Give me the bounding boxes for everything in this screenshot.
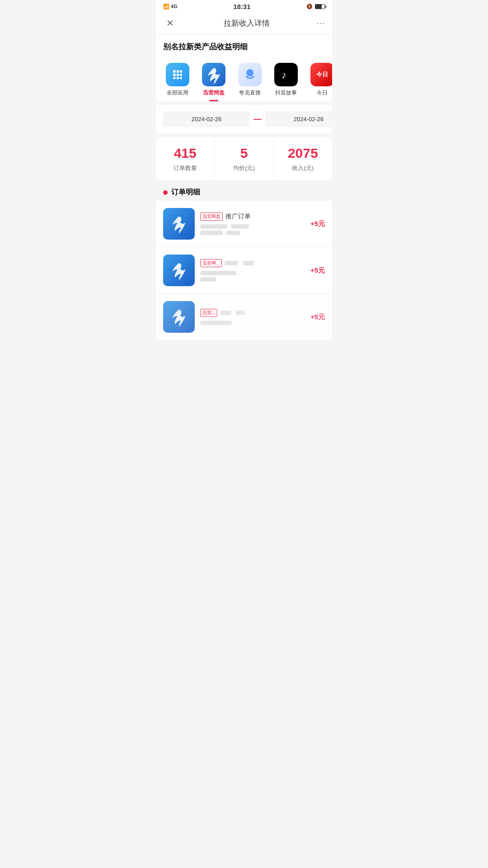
order-tag: 迅雷网盘 [200, 212, 223, 221]
stat-value-revenue: 2075 [277, 145, 328, 161]
tab-all-apps[interactable]: 全部应用 [160, 61, 196, 101]
order-info: 迅雷网盘 推广订单 [200, 212, 305, 235]
today-icon: 今日 [310, 63, 332, 86]
svg-rect-4 [177, 74, 179, 76]
douyin-icon: ♪ [274, 63, 298, 86]
close-button[interactable]: ✕ [163, 18, 177, 28]
blur-title-2 [243, 261, 254, 265]
order-item[interactable]: 迅雷网盘 推广订单 +5元 [156, 201, 332, 247]
tab-douyin[interactable]: ♪ 抖音故事 [268, 61, 304, 101]
svg-text:♪: ♪ [282, 69, 286, 80]
order-meta [200, 321, 305, 325]
stat-avg-price: 5 均价(元) [215, 137, 273, 180]
blur-field-6 [200, 277, 216, 282]
tab-xunlei[interactable]: 迅雷网盘 [196, 61, 232, 101]
svg-rect-6 [173, 77, 175, 79]
stat-value-price: 5 [218, 145, 269, 161]
order-thumbnail [163, 208, 195, 240]
blur-field-5 [200, 271, 236, 275]
blur-field-1 [200, 224, 227, 229]
svg-point-9 [246, 69, 253, 76]
order-amount: +5元 [310, 313, 325, 321]
order-tag: 迅雷网... [200, 259, 222, 267]
date-separator: — [253, 114, 262, 124]
order-list: 迅雷网盘 推广订单 +5元 迅雷网.. [156, 201, 332, 340]
svg-rect-1 [177, 70, 179, 72]
stat-value-orders: 415 [160, 145, 211, 161]
svg-rect-3 [173, 74, 175, 76]
tab-label-kuake: 夸克直搜 [239, 89, 261, 97]
tab-label-today: 今日 [317, 89, 328, 97]
blur-field-2 [231, 224, 249, 229]
svg-rect-7 [177, 77, 179, 79]
order-section-header: 订单明细 [156, 180, 332, 201]
order-meta [200, 224, 305, 235]
all-apps-icon [166, 63, 189, 86]
svg-rect-0 [173, 70, 175, 72]
order-thumbnail [163, 255, 195, 286]
order-thumbnail [163, 301, 195, 333]
signal-indicator: 📶 4G [163, 4, 178, 9]
date-range: — 查询 [156, 105, 332, 133]
more-button[interactable]: ··· [317, 19, 325, 28]
xunlei-icon [202, 63, 225, 86]
order-item[interactable]: 迅雷... +5元 [156, 294, 332, 340]
stats-row: 415 订单数量 5 均价(元) 2075 收入(元) [156, 137, 332, 180]
tab-label-xunlei: 迅雷网盘 [203, 89, 225, 97]
end-date-input[interactable] [265, 111, 332, 127]
svg-rect-5 [180, 74, 182, 76]
tab-label-all: 全部应用 [167, 89, 188, 97]
tab-kuake[interactable]: 夸克直搜 [232, 61, 268, 101]
stat-label-revenue: 收入(元) [277, 164, 328, 172]
stat-label-orders: 订单数量 [160, 164, 211, 172]
battery-icon [315, 4, 325, 9]
blur-t1 [220, 311, 231, 315]
tab-today[interactable]: 今日 今日 [304, 61, 332, 101]
order-info: 迅雷网... [200, 259, 305, 282]
clock: 18:31 [233, 3, 250, 10]
tab-label-douyin: 抖音故事 [275, 89, 297, 97]
blur-field-7 [200, 321, 232, 325]
stat-order-count: 415 订单数量 [156, 137, 215, 180]
blur-field-4 [226, 231, 240, 235]
blur-title-1 [225, 261, 238, 265]
order-amount: +5元 [310, 266, 325, 275]
order-amount: +5元 [310, 220, 325, 228]
kuake-icon [238, 63, 262, 86]
order-meta [200, 271, 305, 282]
order-item[interactable]: 迅雷网... +5元 [156, 247, 332, 294]
system-icons: 🔕 [306, 4, 325, 9]
order-dot [163, 190, 168, 195]
stat-revenue: 2075 收入(元) [274, 137, 332, 180]
section-title: 别名拉新类产品收益明细 [156, 34, 332, 57]
svg-rect-2 [180, 70, 182, 72]
order-tag: 迅雷... [200, 309, 217, 317]
page-title: 拉新收入详情 [224, 18, 270, 28]
header: ✕ 拉新收入详情 ··· [156, 12, 332, 34]
status-bar: 📶 4G 18:31 🔕 [156, 0, 332, 12]
start-date-input[interactable] [163, 111, 250, 127]
blur-field-3 [200, 231, 223, 235]
svg-rect-8 [180, 77, 182, 79]
blur-t2 [236, 311, 245, 315]
order-title: 推广订单 [225, 212, 251, 221]
order-info: 迅雷... [200, 309, 305, 325]
order-section-title: 订单明细 [171, 188, 200, 197]
stat-label-price: 均价(元) [218, 164, 269, 172]
app-tabs: 全部应用 迅雷网盘 夸克直搜 [156, 57, 332, 101]
